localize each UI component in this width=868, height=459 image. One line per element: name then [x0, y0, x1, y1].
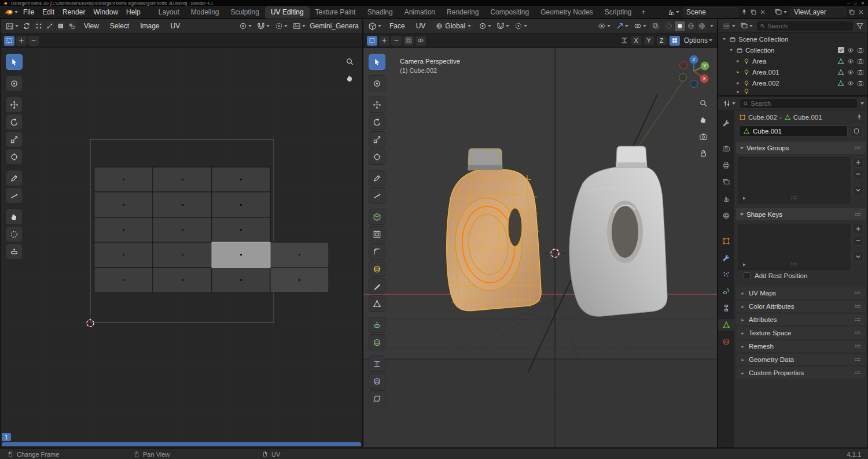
chevron-down-icon[interactable] — [710, 25, 713, 27]
tab-texture-paint[interactable]: Texture Paint — [310, 6, 362, 18]
scene-browse-button[interactable] — [665, 8, 681, 17]
pin-icon[interactable] — [741, 9, 748, 16]
vp-select-invert-button[interactable] — [403, 36, 414, 46]
uv-vertex-mode-button[interactable] — [34, 21, 44, 31]
vp-select-new-button[interactable] — [367, 36, 377, 46]
tab-sculpting[interactable]: Sculpting — [225, 6, 265, 18]
tab-scene[interactable] — [719, 193, 733, 205]
tab-shading[interactable]: Shading — [362, 6, 399, 18]
rotate-tool[interactable] — [369, 114, 385, 130]
tab-compositing[interactable]: Compositing — [484, 6, 535, 18]
render-camera-icon[interactable] — [857, 47, 864, 54]
inset-faces-tool[interactable] — [369, 226, 385, 242]
uv-image-browse-button[interactable] — [292, 21, 307, 31]
uv-menu-image[interactable]: Image — [136, 21, 163, 31]
extrude-region-tool[interactable] — [369, 209, 385, 225]
hide-eye-icon[interactable] — [847, 80, 854, 87]
vp-pivot-button[interactable] — [477, 21, 492, 31]
uv-island-mode-button[interactable] — [67, 21, 77, 31]
editor-type-button[interactable] — [722, 21, 737, 31]
render-camera-icon[interactable] — [857, 69, 864, 76]
panel-vertex-groups-header[interactable]: Vertex Groups — [736, 142, 866, 154]
transform-options-dropdown[interactable]: Options — [683, 36, 713, 45]
panel-custom-properties[interactable]: ▸ Custom Properties — [736, 367, 866, 379]
outliner-row-light[interactable]: ▸ Area.001 — [722, 66, 866, 77]
add-vertex-group-button[interactable] — [852, 157, 864, 168]
tab-modeling[interactable]: Modeling — [185, 6, 225, 18]
gizmos-dropdown[interactable] — [615, 21, 630, 31]
breadcrumb-object[interactable]: Cube.002 — [748, 114, 777, 121]
panel-uv-maps[interactable]: ▸ UV Maps — [736, 287, 866, 299]
mirror-x-toggle[interactable]: X — [631, 36, 641, 45]
tab-physics[interactable] — [719, 286, 733, 297]
camera-view-icon[interactable] — [699, 132, 708, 141]
annotate-tool[interactable] — [6, 170, 23, 186]
breadcrumb-data[interactable]: Cube.001 — [793, 114, 822, 121]
hide-eye-icon[interactable] — [847, 58, 854, 65]
uv-menu-view[interactable]: View — [80, 21, 103, 31]
uv-snap-button[interactable] — [256, 21, 271, 31]
shape-key-specials-button[interactable] — [852, 251, 864, 262]
shrink-fatten-tool[interactable] — [369, 373, 385, 389]
expand-icon[interactable]: ▾ — [722, 36, 727, 42]
render-camera-icon[interactable] — [857, 58, 864, 65]
snapping-toggle-icon[interactable] — [670, 36, 680, 46]
drag-grip-icon[interactable] — [854, 342, 862, 350]
tab-render[interactable] — [719, 143, 733, 154]
cursor-tool[interactable] — [369, 75, 385, 91]
tab-material[interactable] — [719, 336, 733, 347]
expand-icon[interactable]: ▸ — [735, 58, 741, 64]
panel-attributes[interactable]: ▸ Attributes — [736, 314, 866, 325]
uv-image-name[interactable]: Gemini_Genera — [310, 22, 359, 30]
vp-select-subtract-button[interactable] — [391, 36, 402, 46]
viewlayer-name-field[interactable]: ViewLayer — [790, 7, 846, 17]
panel-color-attributes[interactable]: ▸ Color Attributes — [736, 301, 866, 312]
loop-cut-tool[interactable] — [369, 261, 385, 277]
menu-edit[interactable]: Edit — [38, 7, 58, 17]
transform-tool[interactable] — [6, 149, 23, 165]
editor-type-button[interactable] — [367, 21, 382, 31]
delete-scene-icon[interactable] — [759, 9, 766, 16]
properties-search[interactable] — [740, 98, 858, 109]
menu-window[interactable]: Window — [89, 7, 122, 17]
drag-grip-icon[interactable] — [854, 316, 862, 324]
move-tool[interactable] — [369, 97, 385, 113]
vp-menu-face[interactable]: Face — [385, 21, 409, 31]
shape-keys-list[interactable] — [738, 224, 850, 270]
move-tool[interactable] — [6, 97, 23, 113]
overlays-dropdown[interactable] — [632, 21, 648, 31]
mirror-z-toggle[interactable]: Z — [657, 36, 667, 45]
tab-geometry-nodes[interactable]: Geometry Nodes — [535, 6, 599, 18]
shading-material-button[interactable] — [686, 21, 696, 31]
vertex-group-specials-button[interactable] — [852, 185, 864, 195]
tab-modifiers[interactable] — [719, 252, 733, 264]
tab-object-data[interactable] — [718, 319, 734, 331]
editor-type-button[interactable] — [722, 99, 737, 108]
panel-geometry-data[interactable]: ▸ Geometry Data — [736, 354, 866, 365]
list-filter-icon[interactable] — [741, 195, 747, 201]
uv-canvas[interactable]: 1 — [1, 48, 362, 447]
measure-tool[interactable] — [369, 187, 385, 203]
expand-icon[interactable]: ▸ — [735, 69, 741, 75]
poly-build-tool[interactable] — [369, 295, 385, 312]
uv-menu-select[interactable]: Select — [106, 21, 133, 31]
select-box-tool[interactable] — [369, 54, 385, 70]
blender-menu-button[interactable] — [3, 7, 19, 17]
tab-animation[interactable]: Animation — [399, 6, 441, 18]
tab-rendering[interactable]: Rendering — [441, 6, 484, 18]
add-rest-position-checkbox[interactable] — [744, 272, 751, 279]
cursor-tool[interactable] — [6, 75, 23, 91]
uv-sync-select-icon[interactable] — [23, 22, 31, 30]
shading-solid-button[interactable] — [675, 21, 685, 31]
checkbox-icon[interactable] — [838, 47, 844, 53]
vp-select-extend-button[interactable] — [379, 36, 389, 46]
mirror-y-toggle[interactable]: Y — [644, 36, 654, 45]
uv-face-mode-button[interactable] — [56, 21, 66, 31]
scene-name-field[interactable]: Scene — [683, 7, 738, 17]
panel-shape-keys-header[interactable]: Shape Keys — [736, 208, 866, 220]
uv-pivot-button[interactable] — [238, 21, 253, 31]
outliner-row-scene-collection[interactable]: ▾ Scene Collection — [722, 34, 866, 45]
spin-tool[interactable] — [369, 317, 385, 333]
scale-tool[interactable] — [369, 131, 385, 147]
shading-wireframe-button[interactable] — [664, 21, 674, 31]
